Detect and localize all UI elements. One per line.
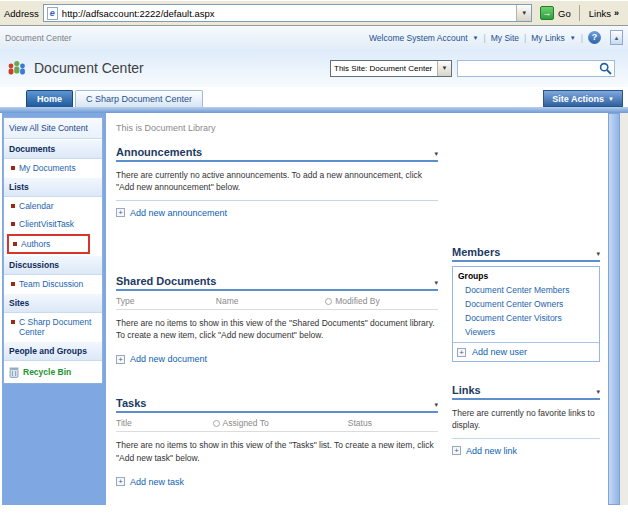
column-header-status[interactable]: Status [348,418,438,428]
webpart-menu-icon[interactable]: ▾ [434,401,438,409]
address-label: Address [4,8,39,19]
groups-list: Groups Document Center Members Document … [453,267,599,342]
group-link-members[interactable]: Document Center Members [458,283,594,297]
browser-window: Address e http://adfsaccount:2222/defaul… [0,0,628,520]
add-plus-icon: + [457,348,466,357]
nav-section-sites[interactable]: Sites [4,293,102,313]
bullet-icon [11,282,15,286]
links-button[interactable]: Links » [584,8,624,19]
add-new-link-link[interactable]: Add new link [466,446,517,456]
nav-item-label: C Sharp Document Center [19,317,100,337]
webpart-menu-icon[interactable]: ▾ [434,150,438,158]
nav-section-lists[interactable]: Lists [4,177,102,197]
nav-item-label: My Documents [19,163,76,173]
separator: | [581,33,583,43]
vertical-scrollbar-track[interactable] [620,113,628,505]
view-all-site-content-link[interactable]: View All Site Content [4,118,102,139]
links-empty-text: There are currently no favorite links to… [452,400,600,438]
search-button[interactable] [597,61,614,76]
address-url: http://adfsaccount:2222/default.aspx [62,8,512,19]
shared-documents-header: Shared Documents ▾ [116,275,438,291]
add-new-link[interactable]: + Add new link [452,439,600,463]
add-new-document[interactable]: + Add new document [116,347,438,371]
add-new-document-link[interactable]: Add new document [130,354,207,364]
add-new-task-link[interactable]: Add new task [130,477,184,487]
tasks-webpart: Tasks ▾ Title Assigned To Status There a… [116,397,438,494]
global-links-group: Welcome System Account ▼ | My Site | My … [369,30,623,45]
add-plus-icon: + [116,477,125,486]
links-webpart: Links ▾ There are currently no favorite … [452,384,600,463]
search-scope-select[interactable]: This Site: Document Center ▼ [330,60,452,77]
column-header-label: Modified By [335,296,379,306]
my-links-menu[interactable]: My Links [531,33,565,43]
chevron-down-icon: ▼ [608,96,614,102]
webpart-menu-icon[interactable]: ▾ [596,250,600,258]
site-actions-button[interactable]: Site Actions ▼ [543,90,623,107]
address-dropdown-button[interactable]: ▼ [516,5,531,21]
nav-item-label: ClientVisitTask [19,219,74,229]
webpart-columns: Announcements ▾ There are currently no a… [116,146,600,494]
add-new-task[interactable]: + Add new task [116,470,438,494]
add-plus-icon: + [116,208,125,217]
nav-section-discussions[interactable]: Discussions [4,255,102,275]
column-header-modified-by[interactable]: Modified By [325,296,438,306]
group-link-viewers[interactable]: Viewers [458,325,594,339]
tab-csharp-document-center[interactable]: C Sharp Document Center [75,90,203,107]
add-new-user-link[interactable]: Add new user [472,347,527,357]
site-actions-label: Site Actions [552,94,604,104]
nav-item-label: Authors [21,239,50,249]
address-input[interactable]: e http://adfsaccount:2222/default.aspx ▼ [43,4,532,22]
separator: | [484,33,486,43]
add-plus-icon: + [452,446,461,455]
column-header-assigned-to[interactable]: Assigned To [213,418,348,428]
site-people-icon [7,60,27,76]
links-title: Links [452,384,481,396]
nav-item-my-documents[interactable]: My Documents [4,159,102,177]
members-webpart: Members ▾ Groups Document Center Members… [452,246,600,362]
scroll-up-button[interactable]: ▲ [610,30,623,45]
announcements-title: Announcements [116,146,202,158]
tab-home[interactable]: Home [26,90,73,107]
search-input[interactable] [458,62,597,75]
column-header-title[interactable]: Title [116,418,213,428]
members-title: Members [452,246,500,258]
nav-section-documents[interactable]: Documents [4,139,102,159]
welcome-menu[interactable]: Welcome System Account [369,33,468,43]
scope-dropdown-button[interactable]: ▼ [437,61,451,76]
nav-item-clientvisittask[interactable]: ClientVisitTask [4,215,102,233]
add-new-announcement-link[interactable]: Add new announcement [130,208,227,218]
vertical-scrollbar-thumb[interactable] [608,113,620,505]
nav-item-csharp-document-center[interactable]: C Sharp Document Center [4,313,102,341]
shared-documents-empty-text: There are no items to show in this view … [116,310,438,348]
quick-launch: View All Site Content Documents My Docum… [3,117,103,384]
bullet-icon [13,242,17,246]
nav-item-authors[interactable]: Authors [9,236,88,252]
page-title: Document Center [34,60,144,76]
my-site-link[interactable]: My Site [491,33,519,43]
webpart-menu-icon[interactable]: ▾ [596,388,600,396]
tasks-title: Tasks [116,397,146,409]
go-button[interactable]: → Go [536,6,575,20]
nav-section-people-and-groups[interactable]: People and Groups [4,341,102,361]
column-header-type[interactable]: Type [116,296,216,306]
members-header: Members ▾ [452,246,600,262]
help-icon[interactable]: ? [588,31,601,44]
tasks-column-headers: Title Assigned To Status [116,413,438,432]
group-link-owners[interactable]: Document Center Owners [458,297,594,311]
add-new-user[interactable]: + Add new user [453,342,599,361]
nav-item-team-discussion[interactable]: Team Discussion [4,275,102,293]
chevron-down-icon: ▼ [570,35,576,41]
column-header-name[interactable]: Name [216,296,325,306]
toolbar-divider [579,5,580,21]
intro-text: This is Document Library [116,123,600,133]
nav-item-calendar[interactable]: Calendar [4,197,102,215]
search-area: This Site: Document Center ▼ [330,60,621,77]
recycle-bin-label: Recycle Bin [23,367,71,377]
add-new-announcement[interactable]: + Add new announcement [116,201,438,225]
presence-circle-icon [325,298,332,305]
group-link-visitors[interactable]: Document Center Visitors [458,311,594,325]
webpart-menu-icon[interactable]: ▾ [434,279,438,287]
bullet-icon [11,320,15,324]
shared-documents-webpart: Shared Documents ▾ Type Name Modified By… [116,275,438,372]
recycle-bin-link[interactable]: Recycle Bin [4,361,102,383]
